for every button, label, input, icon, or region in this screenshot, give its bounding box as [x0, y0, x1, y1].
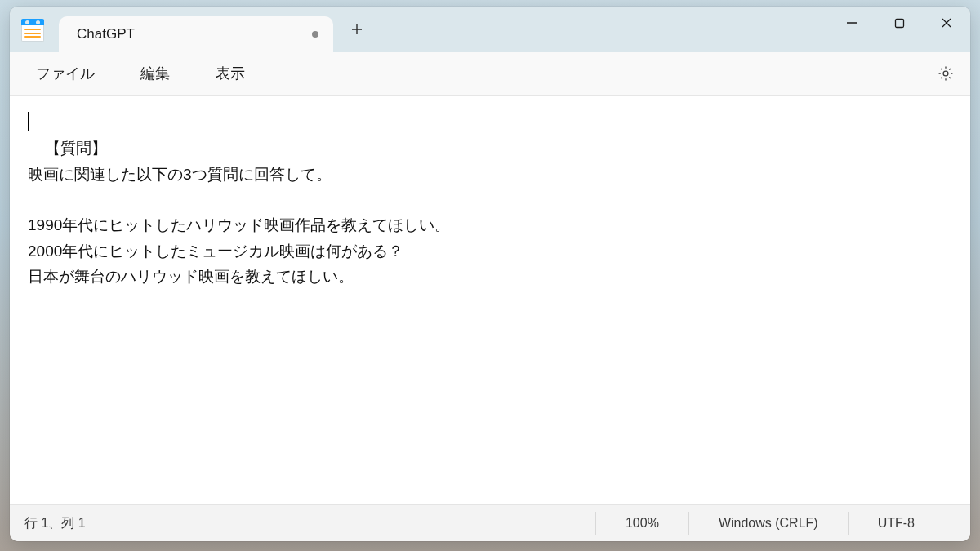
new-tab-button[interactable] — [338, 7, 376, 52]
tab-active[interactable]: ChatGPT — [59, 16, 333, 52]
status-line-ending[interactable]: Windows (CRLF) — [688, 512, 848, 535]
titlebar-left — [10, 7, 56, 52]
menu-edit[interactable]: 編集 — [127, 59, 183, 88]
plus-icon — [351, 24, 363, 35]
maximize-button[interactable] — [875, 7, 923, 39]
svg-rect-3 — [895, 19, 903, 27]
editor-content: 【質問】 映画に関連した以下の3つ質問に回答して。 1990年代にヒットしたハリ… — [28, 140, 450, 285]
statusbar: 行 1、列 1 100% Windows (CRLF) UTF-8 — [10, 504, 970, 541]
svg-point-6 — [943, 71, 948, 76]
notepad-app-icon — [21, 19, 44, 42]
tab-title: ChatGPT — [77, 26, 305, 42]
gear-icon — [937, 64, 955, 82]
menubar: ファイル 編集 表示 — [10, 52, 970, 96]
status-zoom[interactable]: 100% — [595, 512, 688, 535]
close-icon — [941, 17, 952, 29]
maximize-icon — [894, 18, 905, 29]
window-controls — [828, 7, 970, 52]
notepad-window: ChatGPT — [10, 7, 970, 541]
status-position: 行 1、列 1 — [24, 515, 595, 532]
titlebar[interactable]: ChatGPT — [10, 7, 970, 52]
minimize-button[interactable] — [828, 7, 875, 39]
menu-view[interactable]: 表示 — [203, 59, 258, 88]
menu-file[interactable]: ファイル — [23, 59, 108, 88]
text-caret-icon — [28, 112, 29, 131]
text-editor[interactable]: 【質問】 映画に関連した以下の3つ質問に回答して。 1990年代にヒットしたハリ… — [10, 96, 970, 504]
close-button[interactable] — [923, 7, 970, 39]
settings-button[interactable] — [929, 57, 962, 90]
tab-modified-indicator-icon[interactable] — [312, 31, 318, 38]
status-encoding[interactable]: UTF-8 — [848, 512, 956, 535]
minimize-icon — [846, 17, 858, 29]
